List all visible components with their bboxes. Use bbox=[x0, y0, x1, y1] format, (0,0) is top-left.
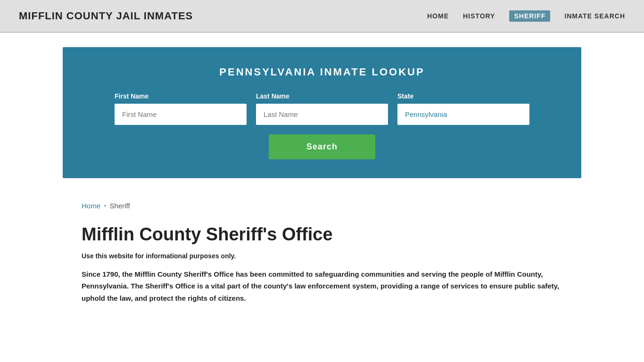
search-fields-row: First Name Last Name State bbox=[72, 92, 572, 125]
breadcrumb: Home • Sheriff bbox=[82, 202, 562, 210]
last-name-group: Last Name bbox=[256, 92, 388, 125]
nav-inmate-search[interactable]: INMATE SEARCH bbox=[564, 12, 625, 20]
state-label: State bbox=[397, 92, 529, 100]
main-nav: HOME HISTORY SHERIFF INMATE SEARCH bbox=[427, 10, 625, 22]
nav-sheriff[interactable]: SHERIFF bbox=[509, 10, 550, 22]
page-title: Mifflin County Sheriff's Office bbox=[82, 224, 562, 246]
main-content: Home • Sheriff Mifflin County Sheriff's … bbox=[63, 192, 581, 323]
last-name-input[interactable] bbox=[256, 104, 388, 125]
state-input[interactable] bbox=[397, 104, 529, 125]
search-button[interactable]: Search bbox=[269, 134, 375, 159]
breadcrumb-separator: • bbox=[104, 203, 106, 208]
disclaimer-text: Use this website for informational purpo… bbox=[82, 252, 562, 260]
state-group: State bbox=[397, 92, 529, 125]
breadcrumb-home[interactable]: Home bbox=[82, 202, 100, 210]
nav-history[interactable]: HISTORY bbox=[463, 12, 495, 20]
last-name-label: Last Name bbox=[256, 92, 388, 100]
first-name-group: First Name bbox=[115, 92, 247, 125]
nav-home[interactable]: HOME bbox=[427, 12, 449, 20]
search-section-title: PENNSYLVANIA INMATE LOOKUP bbox=[72, 66, 572, 78]
first-name-label: First Name bbox=[115, 92, 247, 100]
breadcrumb-current: Sheriff bbox=[110, 202, 130, 210]
description-text: Since 1790, the Mifflin County Sheriff's… bbox=[82, 268, 562, 304]
site-header: MIFFLIN COUNTY JAIL INMATES HOME HISTORY… bbox=[0, 0, 644, 33]
first-name-input[interactable] bbox=[115, 104, 247, 125]
inmate-search-form: First Name Last Name State Search bbox=[72, 92, 572, 159]
site-title: MIFFLIN COUNTY JAIL INMATES bbox=[19, 10, 193, 22]
search-section: PENNSYLVANIA INMATE LOOKUP First Name La… bbox=[63, 47, 581, 178]
